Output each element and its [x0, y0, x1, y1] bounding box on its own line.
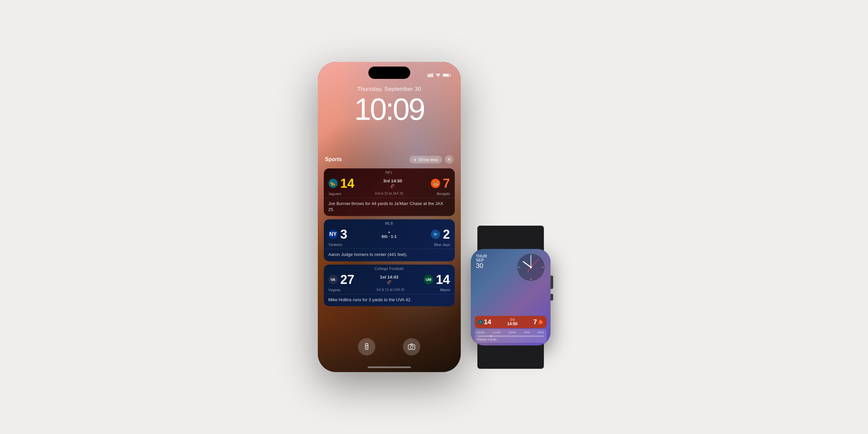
nfl-left-team-name: Jaguars — [329, 192, 341, 196]
cfb-card[interactable]: College Football VA 27 1st 14:43 🏈 14 U — [324, 265, 455, 306]
nfl-ball-icon: 🏈 — [390, 184, 395, 189]
mlb-left-team-name: Yankees — [329, 242, 342, 247]
bluejays-logo: 🐦 — [431, 230, 440, 239]
svg-rect-10 — [408, 345, 415, 349]
mlb-card[interactable]: MLB NY 3 ▲ 6th · 1-1 2 🐦 — [324, 219, 455, 261]
mlb-inning-text: 6th · 1-1 — [382, 234, 397, 239]
show-less-button[interactable]: ∨ Show less — [409, 156, 442, 164]
mlb-team-right: 2 🐦 — [431, 228, 450, 241]
svg-rect-1 — [429, 74, 430, 77]
watch-time-12pm: 12PM — [508, 331, 516, 334]
nfl-league-label: NFL — [324, 168, 455, 176]
mlb-right-team-name: Blue Jays — [434, 242, 450, 247]
nfl-game-clock: 3rd 14:50 — [383, 178, 402, 183]
nfl-card[interactable]: NFL 🐆 14 3rd 14:50 🏈 7 🐯 — [324, 168, 455, 216]
watch-time-now: NOW — [477, 331, 485, 334]
watch-game-status: 3rd 14:50 — [507, 318, 518, 326]
nfl-team-left: 🐆 14 — [329, 177, 354, 190]
iphone-screen: Thursday, September 30 10:09 Sports ∨ Sh… — [318, 62, 461, 372]
cfb-score-right: 14 — [436, 273, 450, 286]
close-button[interactable]: ✕ — [445, 155, 454, 164]
cfb-left-team-name: Virginia — [329, 288, 341, 292]
watch-right-team: 7 B — [533, 318, 543, 326]
mlb-score-left: 3 — [340, 228, 347, 241]
nfl-score-right: 7 — [443, 177, 450, 190]
cfb-down-distance: 3rd & 11 at UVA 42 — [376, 288, 405, 292]
svg-point-4 — [437, 76, 438, 77]
iphone-bottom-controls — [318, 338, 461, 355]
nfl-score-row: 🐆 14 3rd 14:50 🏈 7 🐯 — [324, 176, 455, 192]
watch-time-1pm: 1PM — [524, 331, 530, 334]
nfl-game-info: 3rd 14:50 🏈 — [383, 178, 402, 189]
show-less-label: Show less — [418, 157, 438, 162]
cfb-game-clock: 1st 14:43 — [380, 274, 399, 280]
cfb-play-description: Mike Hollins runs for 3 yards to the UVA… — [324, 294, 455, 306]
watch-bengals-icon: B — [538, 320, 543, 324]
notif-header: Sports ∨ Show less ✕ — [324, 155, 455, 165]
watch-score-left: 14 — [484, 318, 491, 326]
virginia-logo: VA — [329, 275, 338, 284]
watch-date-block: THUR SEP 30 — [476, 254, 487, 269]
mlb-score-right: 2 — [443, 228, 450, 241]
nfl-right-team-name: Bengals — [437, 192, 450, 196]
watch-screen: THUR SEP 30 — [471, 249, 551, 345]
watch-left-team: J 14 — [478, 318, 491, 326]
mlb-inning-arrow: ▲ — [388, 230, 391, 234]
watch-date-num: 30 — [476, 262, 487, 269]
lock-time: 10:09 — [354, 94, 424, 124]
watch-score-complication: J 14 3rd 14:50 7 B — [475, 316, 547, 328]
mlb-teams-row: Yankees Blue Jays — [324, 242, 455, 249]
watch-device: THUR SEP 30 — [471, 249, 551, 345]
watch-timeline-labels: NOW 11AM 12PM 1PM 2PM — [477, 331, 544, 334]
cfb-right-team-name: Miami — [440, 288, 450, 292]
watch-band-top — [477, 226, 544, 251]
notifications-area: Sports ∨ Show less ✕ NFL 🐆 — [324, 155, 455, 306]
svg-point-22 — [530, 266, 532, 268]
nfl-teams-row: Jaguars 2nd & 10 at JAX 25 Bengals — [324, 192, 455, 198]
flashlight-button[interactable] — [358, 338, 375, 355]
camera-button[interactable] — [403, 338, 420, 355]
miami-logo: UM — [424, 275, 433, 284]
iphone-device: Thursday, September 30 10:09 Sports ∨ Sh… — [318, 62, 461, 372]
cfb-score-left: 27 — [340, 273, 354, 286]
watch-score-row: J 14 3rd 14:50 7 B — [478, 318, 543, 326]
notif-actions: ∨ Show less ✕ — [409, 155, 453, 164]
watch-clock-time: 14:50 — [507, 321, 518, 326]
watch-side-button[interactable] — [551, 294, 553, 300]
chevron-icon: ∨ — [413, 157, 417, 162]
notif-sports-title: Sports — [325, 156, 342, 163]
watch-timeline-bar — [477, 336, 544, 337]
bengals-logo: 🐯 — [431, 179, 440, 188]
watch-event-marker — [491, 335, 491, 337]
watch-time-11am: 11AM — [492, 331, 500, 334]
cfb-ball-icon: 🏈 — [387, 280, 392, 285]
mlb-play-description: Aaron Judge homers to center (441 feet). — [324, 249, 455, 261]
svg-point-11 — [410, 346, 413, 348]
status-icons — [428, 73, 452, 77]
mlb-score-row: NY 3 ▲ 6th · 1-1 2 🐦 — [324, 227, 455, 242]
cfb-teams-row: Virginia 3rd & 11 at UVA 42 Miami — [324, 288, 455, 294]
watch-event-label: Fitness Center — [477, 338, 544, 341]
cfb-team-left: VA 27 — [329, 273, 354, 286]
nfl-down-distance: 2nd & 10 at JAX 25 — [375, 192, 403, 196]
jaguars-logo: 🐆 — [329, 179, 338, 188]
watch-band-bottom — [477, 344, 544, 369]
svg-rect-7 — [443, 74, 449, 76]
nfl-play-description: Joe Burrow throws for 44 yards to Ja'Mar… — [324, 198, 455, 216]
dynamic-island — [368, 66, 410, 79]
cfb-league-label: College Football — [324, 265, 455, 272]
svg-rect-0 — [428, 74, 429, 77]
watch-timeline-widget: NOW 11AM 12PM 1PM 2PM Fitness Center — [475, 329, 547, 343]
home-indicator — [368, 367, 411, 368]
svg-rect-3 — [432, 73, 433, 77]
lock-screen-content: Thursday, September 30 10:09 — [318, 86, 461, 131]
mlb-team-left: NY 3 — [329, 228, 347, 241]
svg-point-12 — [413, 345, 414, 346]
svg-rect-2 — [431, 74, 432, 77]
cfb-team-right: 14 UM — [424, 273, 450, 286]
watch-jaguars-icon: J — [478, 320, 483, 324]
mlb-game-info: ▲ 6th · 1-1 — [382, 230, 397, 239]
watch-crown[interactable] — [551, 276, 553, 289]
svg-rect-6 — [450, 75, 451, 76]
scene: Thursday, September 30 10:09 Sports ∨ Sh… — [318, 62, 551, 372]
